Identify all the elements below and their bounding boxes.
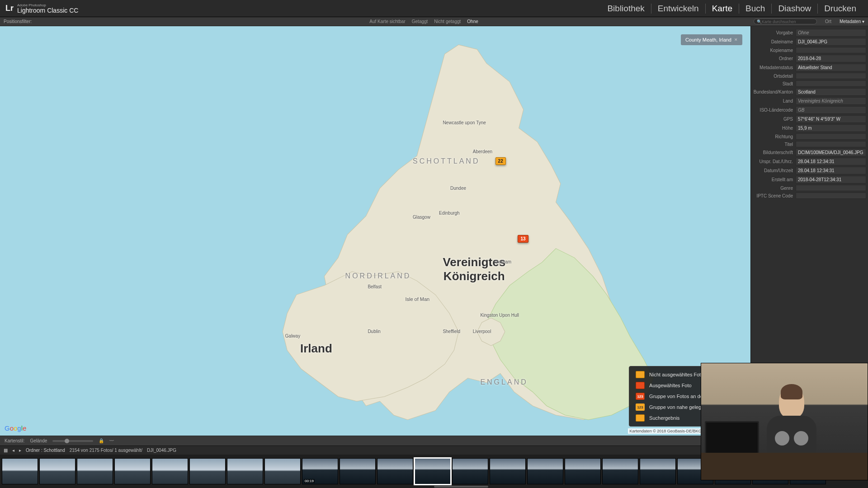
thumbnail[interactable] bbox=[39, 458, 75, 484]
google-logo: Google bbox=[5, 424, 26, 432]
app-name: Lightroom Classic CC bbox=[17, 7, 78, 14]
module-diashow[interactable]: Diashow bbox=[772, 4, 818, 14]
metadata-key: Richtung bbox=[753, 134, 796, 139]
metadata-value[interactable]: 28.04.18 12:34:31 bbox=[796, 158, 866, 165]
app-logo: Lr Adobe Photoshop Lightroom Classic CC bbox=[5, 4, 78, 14]
thumbnail[interactable] bbox=[565, 458, 601, 484]
metadata-value[interactable]: 28.04.18 12:34:31 bbox=[796, 167, 866, 174]
thumbnail[interactable] bbox=[114, 458, 151, 484]
metadata-value[interactable] bbox=[796, 185, 866, 191]
thumbnail[interactable] bbox=[2, 458, 38, 484]
photo-count: 2154 von 2175 Fotos/ 1 ausgewählt/ bbox=[70, 448, 142, 453]
map-canvas[interactable]: Vereinigtes Königreich Irland NORDIRLAND… bbox=[0, 26, 750, 436]
metadata-row: MetadatenstatusAktuellster Stand bbox=[753, 64, 866, 71]
metadata-key: Erstellt am bbox=[753, 177, 796, 182]
metadata-value[interactable] bbox=[796, 141, 866, 147]
thumbnail[interactable] bbox=[264, 458, 301, 484]
webcam-overlay bbox=[701, 363, 868, 480]
metadata-row: Bundesland/KantonScotland bbox=[753, 88, 866, 96]
metadata-row: Stadt bbox=[753, 80, 866, 87]
metadata-value[interactable]: Ohne bbox=[796, 29, 866, 37]
map-marker[interactable]: 13 bbox=[518, 235, 528, 243]
nav-fwd-icon[interactable]: ▸ bbox=[19, 448, 21, 453]
metadata-preset-dropdown[interactable]: Metadaten ▾ bbox=[840, 19, 864, 24]
thumbnail[interactable] bbox=[452, 458, 488, 484]
metadata-row: IPTC Scene Code bbox=[753, 192, 866, 199]
metadata-key: Metadatenstatus bbox=[753, 65, 796, 70]
filter-visible[interactable]: Auf Karte sichtbar bbox=[369, 19, 405, 24]
metadata-key: Kopiename bbox=[753, 48, 796, 53]
module-picker: Bibliothek Entwickeln Karte Buch Diashow… bbox=[601, 4, 863, 14]
nav-back-icon[interactable]: ◂ bbox=[12, 448, 14, 453]
filter-tagged[interactable]: Getaggt bbox=[412, 19, 428, 24]
zoom-slider[interactable] bbox=[52, 440, 93, 442]
filmstrip-scrollbar[interactable] bbox=[434, 486, 488, 488]
thumbnail[interactable] bbox=[227, 458, 263, 484]
ort-dropdown[interactable]: Ort bbox=[825, 19, 831, 24]
module-karte[interactable]: Karte bbox=[706, 4, 739, 14]
thumbnail[interactable] bbox=[527, 458, 563, 484]
thumbnail[interactable] bbox=[415, 458, 451, 484]
metadata-key: GPS bbox=[753, 117, 796, 122]
tracklog-icon[interactable]: 〰 bbox=[109, 438, 114, 443]
map-style-value[interactable]: Gelände bbox=[30, 438, 47, 443]
metadata-value[interactable]: Vereinigtes Königreich bbox=[796, 97, 866, 105]
breadcrumb[interactable]: Ordner : Schottland bbox=[26, 448, 65, 453]
module-bibliothek[interactable]: Bibliothek bbox=[601, 4, 651, 14]
metadata-key: IPTC Scene Code bbox=[753, 193, 796, 198]
thumbnail[interactable]: 00:19 bbox=[302, 458, 338, 484]
metadata-value[interactable]: DJI_0046.JPG bbox=[796, 38, 866, 46]
location-chip-label: County Meath, Irland bbox=[685, 37, 731, 42]
metadata-value[interactable]: GB bbox=[796, 106, 866, 114]
legend-marker-search-icon bbox=[636, 414, 645, 422]
metadata-value[interactable]: 57°6'46" N 4°59'3" W bbox=[796, 115, 866, 123]
metadata-value[interactable] bbox=[796, 73, 866, 79]
module-entwickeln[interactable]: Entwickeln bbox=[651, 4, 706, 14]
metadata-row: DateinameDJI_0046.JPG bbox=[753, 38, 866, 46]
metadata-value[interactable]: Aktuellster Stand bbox=[796, 64, 866, 71]
map-marker[interactable]: 22 bbox=[495, 157, 506, 165]
close-icon[interactable]: ✕ bbox=[734, 38, 738, 42]
metadata-value[interactable]: DCIM/100MEDIA/DJI_0046.JPG bbox=[796, 149, 866, 156]
metadata-value[interactable] bbox=[796, 192, 866, 199]
thumbnail[interactable] bbox=[189, 458, 226, 484]
legend-marker-selected-icon bbox=[636, 382, 645, 389]
legend-label: Nicht ausgewähltes Foto bbox=[649, 372, 703, 377]
metadata-value[interactable]: 2018-04-28T12:34:31 bbox=[796, 176, 866, 183]
lr-logo-icon: Lr bbox=[5, 4, 14, 13]
video-duration: 00:19 bbox=[304, 479, 315, 483]
metadata-value[interactable] bbox=[796, 80, 866, 87]
filter-none[interactable]: Ohne bbox=[467, 19, 478, 24]
location-result-chip[interactable]: County Meath, Irland ✕ bbox=[681, 34, 742, 45]
lock-icon[interactable]: 🔒 bbox=[99, 438, 104, 443]
metadata-row: LandVereinigtes Königreich bbox=[753, 97, 866, 105]
metadata-row: Ortsdetail bbox=[753, 73, 866, 79]
filter-untagged[interactable]: Nicht getaggt bbox=[434, 19, 461, 24]
grid-view-icon[interactable]: ▦ bbox=[4, 448, 8, 453]
metadata-value[interactable]: 2018-04-28 bbox=[796, 55, 866, 62]
metadata-value[interactable] bbox=[796, 133, 866, 140]
thumbnail[interactable] bbox=[77, 458, 113, 484]
metadata-value[interactable]: 15,9 m bbox=[796, 124, 866, 132]
metadata-key: Stadt bbox=[753, 81, 796, 86]
metadata-value[interactable] bbox=[796, 47, 866, 53]
thumbnail[interactable] bbox=[602, 458, 638, 484]
thumbnail[interactable] bbox=[640, 458, 676, 484]
metadata-value[interactable]: Scotland bbox=[796, 88, 866, 96]
metadata-row: Richtung bbox=[753, 133, 866, 140]
metadata-key: Dateiname bbox=[753, 39, 796, 44]
module-buch[interactable]: Buch bbox=[739, 4, 772, 14]
thumbnail[interactable] bbox=[340, 458, 376, 484]
filter-label: Positionsfilter: bbox=[4, 19, 94, 24]
metadata-key: Ordner bbox=[753, 56, 796, 61]
metadata-row: Genre bbox=[753, 185, 866, 191]
module-drucken[interactable]: Drucken bbox=[818, 4, 863, 14]
metadata-key: Titel bbox=[753, 142, 796, 147]
metadata-key: Ortsdetail bbox=[753, 74, 796, 79]
legend-label: Suchergebnis bbox=[649, 415, 679, 421]
thumbnail[interactable] bbox=[377, 458, 413, 484]
location-filter-bar: Positionsfilter: Auf Karte sichtbar Geta… bbox=[0, 17, 868, 26]
map-search-input[interactable]: 🔍 Karte durchsuchen bbox=[754, 19, 817, 24]
thumbnail[interactable] bbox=[152, 458, 188, 484]
thumbnail[interactable] bbox=[490, 458, 526, 484]
